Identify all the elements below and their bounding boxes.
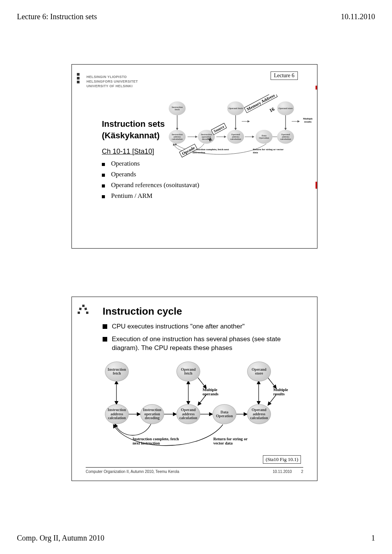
- footer-date: 10.11.2010: [272, 469, 292, 474]
- slide1-title: Instruction sets (Käskykannat): [102, 118, 165, 141]
- mini-label-instruction-complete: Instruction complete, fetch next instruc…: [193, 148, 231, 154]
- node-line: store: [255, 372, 263, 376]
- mini-node-operand-address-calc-dst: Operand address calculation: [277, 130, 294, 144]
- mini-node-instruction-fetch: Instruction fetch: [169, 101, 186, 115]
- svg-rect-14: [84, 307, 87, 310]
- node-line: calculation: [108, 416, 126, 420]
- node-line: fetch: [184, 372, 192, 376]
- slide1-bullet-list: Operations Operands Operand references (…: [102, 160, 199, 203]
- svg-rect-13: [79, 307, 81, 310]
- svg-rect-16: [86, 312, 88, 314]
- svg-line-19: [198, 378, 206, 388]
- label-multiple-operands: Multiple operands: [203, 388, 224, 396]
- slide-1: Lecture 6 HELSINGIN YLIOPISTO HELSINGFOR…: [71, 64, 317, 249]
- university-name-en: UNIVERSITY OF HELSINKI: [86, 84, 138, 88]
- slide2-bullet-list: CPU executes instructions "one after ano…: [103, 322, 302, 357]
- page-header-right: 10.11.2010: [341, 12, 375, 21]
- slide1-chapter: Ch 10-11 [Sta10]: [102, 148, 154, 156]
- label-instruction-complete: Instruction complete, fetch next instruc…: [133, 437, 183, 446]
- label-multiple-results: Multiple results: [273, 388, 295, 396]
- instruction-cycle-diagram: Instruction fetch Operand fetch Operand …: [102, 358, 294, 454]
- svg-rect-15: [78, 312, 80, 314]
- node-instruction-address-calc: Instruction address calculation: [105, 404, 129, 424]
- svg-rect-12: [82, 305, 85, 307]
- mini-node-operand-fetch: Operand fetch: [227, 101, 244, 115]
- node-line: Operation: [216, 414, 233, 418]
- list-item: Operations: [102, 160, 199, 168]
- slide1-title-line1: Instruction sets: [102, 119, 165, 129]
- decorative-red-tab: [316, 86, 317, 90]
- figure-caption: (Sta10 Fig 10.1): [263, 455, 301, 464]
- list-item: Operands: [102, 171, 199, 178]
- svg-line-22: [268, 378, 276, 388]
- footer-course: Computer Organization II, Autumn 2010, T…: [86, 469, 179, 474]
- node-line: calculation: [179, 416, 198, 420]
- list-item: Execution of one instruction has several…: [103, 335, 302, 353]
- node-operand-fetch: Operand fetch: [176, 362, 200, 381]
- slide2-title: Instruction cycle: [103, 305, 182, 317]
- node-instruction-op-decoding: Instruction operation decoding: [140, 404, 164, 424]
- university-logo-icon: [77, 304, 90, 317]
- node-instruction-fetch: Instruction fetch: [105, 362, 129, 381]
- list-item: CPU executes instructions "one after ano…: [103, 322, 302, 331]
- node-operand-store: Operand store: [247, 362, 271, 381]
- node-operand-address-calc-dst: Operand address calculation: [247, 404, 271, 424]
- footer-page: 2: [301, 469, 303, 474]
- slide1-title-line2: (Käskykannat): [102, 131, 159, 140]
- mini-node-operand-store: Operand store: [277, 101, 294, 115]
- decorative-red-tab: [316, 182, 317, 189]
- page-footer-right: 1: [371, 534, 375, 542]
- mini-label-return-string: Return for string or vector data: [253, 148, 284, 154]
- university-logo-icon: [77, 73, 80, 85]
- list-item: Pentium / ARM: [102, 192, 199, 200]
- mini-node-operand-address-calc-src: Operand address calculation: [227, 130, 244, 144]
- university-name-fi: HELSINGIN YLIOPISTO: [86, 75, 138, 79]
- lecture-badge: Lecture 6: [271, 71, 298, 80]
- mini-node-data-operation: Data Operation: [256, 130, 272, 144]
- node-line: fetch: [113, 372, 121, 376]
- university-name-sv: HELSINGFORS UNIVERSITET: [86, 79, 138, 84]
- node-line: decoding: [145, 416, 159, 420]
- node-line: calculation: [250, 416, 268, 420]
- slide1-mini-diagram: Instruction fetch Operand fetch Operand …: [166, 95, 312, 160]
- university-name: HELSINGIN YLIOPISTO HELSINGFORS UNIVERSI…: [86, 75, 138, 88]
- slide-2: Instruction cycle CPU executes instructi…: [71, 297, 317, 481]
- label-return-string: Return for string or vector data: [213, 437, 256, 446]
- page-header-left: Lecture 6: Instruction sets: [17, 12, 97, 21]
- mini-node-instruction-address-calc: Instruction address calculation: [169, 130, 186, 144]
- list-item: Operand references (osoitustavat): [102, 181, 199, 189]
- node-data-operation: Data Operation: [213, 404, 236, 424]
- page-footer-left: Comp. Org II, Autumn 2010: [17, 534, 104, 542]
- mini-label-multiple-results: Multiple results: [299, 118, 312, 123]
- node-operand-address-calc-src: Operand address calculation: [176, 404, 200, 424]
- slide2-footer: Computer Organization II, Autumn 2010, T…: [86, 467, 303, 474]
